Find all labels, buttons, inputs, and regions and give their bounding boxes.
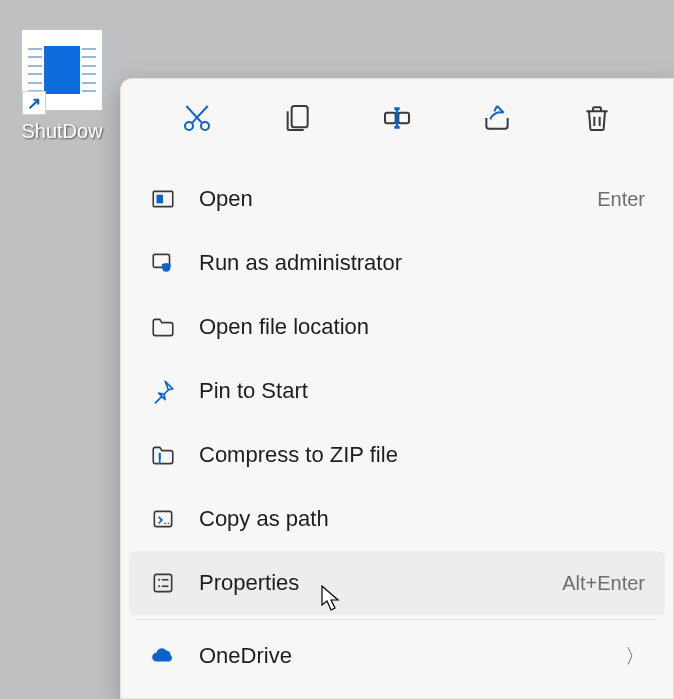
share-icon [481, 102, 513, 138]
svg-rect-6 [398, 113, 409, 124]
pin-icon [149, 377, 177, 405]
svg-point-23 [158, 585, 160, 587]
menu-item-properties[interactable]: Properties Alt+Enter [129, 551, 665, 615]
menu-label: Properties [199, 570, 562, 596]
svg-rect-5 [385, 113, 396, 124]
delete-button[interactable] [572, 95, 622, 145]
menu-shortcut: Enter [597, 188, 645, 211]
copy-button[interactable] [272, 95, 322, 145]
svg-rect-20 [154, 574, 171, 591]
scissors-icon [181, 102, 213, 138]
shortcut-file-icon: ↗ [22, 30, 102, 110]
menu-label: Open file location [199, 314, 645, 340]
svg-rect-17 [154, 511, 171, 526]
menu-item-compress-to-zip[interactable]: Compress to ZIP file [129, 423, 665, 487]
properties-icon [149, 569, 177, 597]
copy-icon [281, 102, 313, 138]
desktop-shortcut[interactable]: ↗ ShutDow [16, 30, 108, 143]
shortcut-label: ShutDow [21, 120, 102, 143]
menu-label: Copy as path [199, 506, 645, 532]
copy-path-icon [149, 505, 177, 533]
menu-shortcut: Alt+Enter [562, 572, 645, 595]
svg-rect-11 [157, 195, 164, 204]
menu-label: Run as administrator [199, 250, 645, 276]
menu-item-onedrive[interactable]: OneDrive 〉 [129, 624, 665, 688]
onedrive-icon [149, 642, 177, 670]
shortcut-arrow-overlay-icon: ↗ [22, 91, 46, 115]
menu-item-open-file-location[interactable]: Open file location [129, 295, 665, 359]
menu-label: Compress to ZIP file [199, 442, 645, 468]
rename-icon [381, 102, 413, 138]
trash-icon [581, 102, 613, 138]
chevron-right-icon: 〉 [625, 643, 645, 670]
svg-point-1 [201, 122, 209, 130]
svg-rect-4 [292, 106, 308, 127]
open-icon [149, 185, 177, 213]
share-button[interactable] [472, 95, 522, 145]
cut-button[interactable] [172, 95, 222, 145]
svg-point-19 [168, 522, 170, 524]
svg-point-18 [164, 522, 166, 524]
svg-point-0 [185, 122, 193, 130]
menu-item-open[interactable]: Open Enter [129, 167, 665, 231]
menu-item-run-as-administrator[interactable]: Run as administrator [129, 231, 665, 295]
context-menu: Open Enter Run as administrator Open fil… [120, 78, 674, 699]
menu-label: OneDrive [199, 643, 625, 669]
menu-item-pin-to-start[interactable]: Pin to Start [129, 359, 665, 423]
menu-label: Open [199, 186, 597, 212]
shield-app-icon [149, 249, 177, 277]
folder-icon [149, 313, 177, 341]
zip-folder-icon [149, 441, 177, 469]
rename-button[interactable] [372, 95, 422, 145]
context-menu-toolbar [121, 85, 673, 161]
svg-point-21 [158, 579, 160, 581]
menu-label: Pin to Start [199, 378, 645, 404]
menu-separator [137, 619, 657, 620]
menu-item-copy-as-path[interactable]: Copy as path [129, 487, 665, 551]
